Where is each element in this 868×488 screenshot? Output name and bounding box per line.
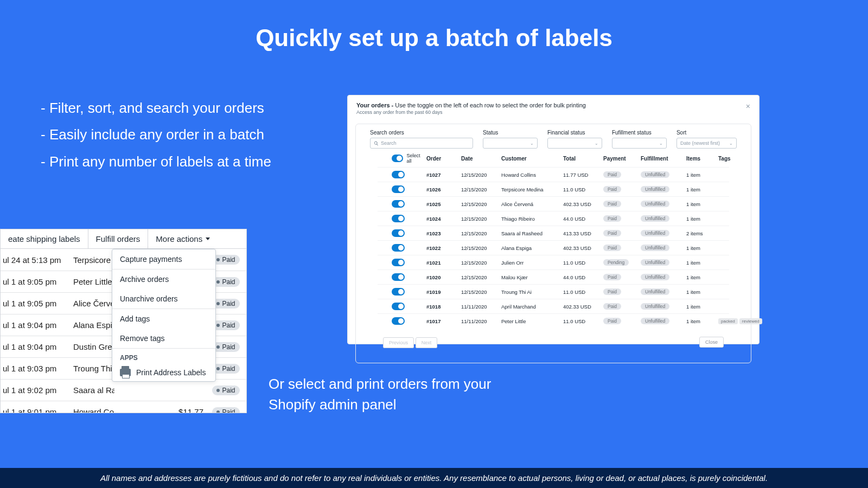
row-toggle[interactable] [392,303,405,310]
menu-item-print-address-labels[interactable]: Print Address Labels [112,364,215,381]
cell-total: 11.77 USD [563,172,601,178]
search-input[interactable]: Search [370,138,473,149]
row-toggle[interactable] [392,229,405,237]
previous-button[interactable]: Previous [383,337,414,348]
cell-items: 1 item [686,245,716,251]
menu-item-unarchive-orders[interactable]: Unarchive orders [112,289,215,309]
bullet-item: - Easily include any order in a batch [41,121,271,148]
cell-order[interactable]: #1023 [426,230,459,236]
admin-order-rows: ul 24 at 5:13 pmTerpsicore MPaidul 1 at … [1,249,246,413]
chevron-down-icon: ⌄ [729,141,733,146]
payment-badge: Paid [603,245,621,251]
cell-customer: Malou Kjær [501,274,561,280]
order-customer: Troung Thi [71,364,114,373]
cell-order[interactable]: #1022 [426,245,459,251]
table-row[interactable]: ul 1 at 9:02 pmSaara al RaPaid [1,379,246,401]
row-toggle[interactable] [392,244,405,252]
cell-items: 1 item [686,318,716,324]
more-actions-button[interactable]: More actions [148,229,218,248]
cell-items: 2 items [686,230,716,236]
close-icon[interactable]: × [746,102,750,111]
payment-badge: Paid [603,230,621,236]
fulfillment-badge: Unfulfilled [641,201,669,207]
status-select[interactable]: ⌄ [483,138,538,149]
row-toggle[interactable] [392,215,405,222]
menu-item-remove-tags[interactable]: Remove tags [112,329,215,348]
cell-date: 12/15/2020 [461,187,499,192]
fulfillment-status-select[interactable]: ⌄ [612,138,667,149]
cell-items: 1 item [686,274,716,280]
create-shipping-labels-button[interactable]: eate shipping labels [1,229,88,248]
order-customer: Howard Collins [71,407,114,413]
cell-order[interactable]: #1017 [426,318,459,324]
payment-badge: Paid [603,274,621,280]
paid-badge: Paid [212,342,239,352]
cell-date: 12/15/2020 [461,201,499,207]
bullet-item: - Print any number of labels at a time [41,149,271,175]
row-toggle[interactable] [392,259,405,266]
cell-tags: packedreviewed [718,318,773,324]
order-tag: packed [718,318,738,324]
payment-badge: Paid [603,303,621,310]
fulfillment-badge: Unfulfilled [641,171,669,178]
menu-item-add-tags[interactable]: Add tags [112,309,215,329]
row-toggle[interactable] [392,185,405,193]
financial-status-label: Financial status [547,130,602,136]
order-time: ul 1 at 9:05 pm [1,277,71,286]
table-row: #102312/15/2020Saara al Rasheed413.33 US… [378,226,729,240]
panel-title-bold: Your orders - [356,102,395,108]
search-icon [374,141,379,146]
app-orders-panel: Your orders - Use the toggle on the left… [347,95,760,344]
payment-badge: Pending [603,259,629,266]
sort-value: Date (newest first) [680,140,720,146]
search-label: Search orders [370,130,473,136]
row-toggle[interactable] [392,288,405,296]
order-time: ul 1 at 9:02 pm [1,386,71,395]
cell-customer: Alice Červená [501,201,561,207]
table-row[interactable]: ul 1 at 9:01 pmHoward Collins$11.77Paid [1,401,246,413]
row-toggle[interactable] [392,317,405,325]
paid-badge: Paid [212,407,239,414]
button-label: eate shipping labels [8,234,80,243]
col-date: Date [461,156,499,162]
cell-items: 1 item [686,172,716,178]
table-row: #101711/11/2020Peter Little11.0 USDPaidU… [378,313,729,328]
next-button[interactable]: Next [416,337,438,348]
row-toggle[interactable] [392,273,405,281]
cell-order[interactable]: #1018 [426,304,459,310]
cell-total: 44.0 USD [563,216,601,222]
cell-total: 11.0 USD [563,289,601,295]
row-toggle[interactable] [392,200,405,208]
menu-item-archive-orders[interactable]: Archive orders [112,269,215,289]
cell-items: 1 item [686,260,716,266]
cell-order[interactable]: #1019 [426,289,459,295]
paid-badge: Paid [212,320,239,330]
chevron-down-icon [206,237,210,240]
cell-order[interactable]: #1025 [426,201,459,207]
cell-customer: Peter Little [501,318,561,324]
fulfillment-status-label: Fufillment status [612,130,667,136]
cell-date: 12/15/2020 [461,230,499,236]
cell-order[interactable]: #1027 [426,172,459,178]
cell-order[interactable]: #1020 [426,274,459,280]
financial-status-select[interactable]: ⌄ [547,138,602,149]
close-button[interactable]: Close [699,337,724,348]
cell-items: 1 item [686,304,716,310]
menu-item-capture-payments[interactable]: Capture payments [112,249,215,269]
select-all-toggle[interactable] [392,155,403,162]
cell-date: 12/15/2020 [461,289,499,295]
sort-select[interactable]: Date (newest first)⌄ [676,138,737,149]
row-toggle[interactable] [392,171,405,178]
order-time: ul 1 at 9:04 pm [1,320,71,330]
paid-badge: Paid [212,255,239,265]
cell-order[interactable]: #1026 [426,187,459,192]
fulfillment-badge: Unfulfilled [641,303,669,310]
bullet-item: - Filter, sort, and search your orders [41,95,271,121]
fulfillment-badge: Unfulfilled [641,288,669,295]
fulfill-orders-button[interactable]: Fulfill orders [88,229,149,248]
cell-order[interactable]: #1024 [426,216,459,222]
more-actions-dropdown: Capture paymentsArchive ordersUnarchive … [112,249,216,382]
cell-date: 11/11/2020 [461,318,499,324]
cell-order[interactable]: #1021 [426,260,459,266]
cell-total: 11.0 USD [563,260,601,266]
